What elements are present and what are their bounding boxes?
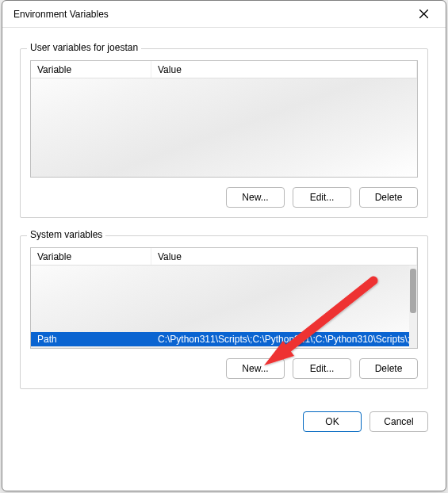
column-value[interactable]: Value xyxy=(151,248,417,265)
window-title: Environment Variables xyxy=(13,9,109,20)
system-edit-button[interactable]: Edit... xyxy=(293,358,351,379)
cell-value: C:\Python311\Scripts\;C:\Python311\;C:\P… xyxy=(151,334,409,345)
system-variables-group: System variables Variable Value Path C:\… xyxy=(20,235,428,389)
list-header: Variable Value xyxy=(31,61,417,78)
column-value[interactable]: Value xyxy=(151,61,417,78)
table-row-path[interactable]: Path C:\Python311\Scripts\;C:\Python311\… xyxy=(31,332,409,346)
system-variables-list[interactable]: Variable Value Path C:\Python311\Scripts… xyxy=(30,247,418,349)
system-variables-label: System variables xyxy=(27,229,105,240)
system-list-scrollbar[interactable] xyxy=(409,266,417,348)
titlebar: Environment Variables xyxy=(2,1,446,28)
system-new-button[interactable]: New... xyxy=(226,358,285,379)
user-variables-label: User variables for joestan xyxy=(27,42,141,53)
user-variables-group: User variables for joestan Variable Valu… xyxy=(20,48,428,218)
user-list-body xyxy=(31,78,417,177)
dialog-content: User variables for joestan Variable Valu… xyxy=(2,28,446,491)
dialog-footer: OK Cancel xyxy=(20,411,428,432)
system-list-body: Path C:\Python311\Scripts\;C:\Python311\… xyxy=(31,266,417,348)
system-buttons-row: New... Edit... Delete xyxy=(30,358,418,379)
list-header: Variable Value xyxy=(31,248,417,266)
user-delete-button[interactable]: Delete xyxy=(359,187,418,208)
scrollbar-thumb[interactable] xyxy=(410,269,416,313)
system-delete-button[interactable]: Delete xyxy=(359,358,418,379)
cell-variable: Path xyxy=(31,334,151,345)
user-edit-button[interactable]: Edit... xyxy=(293,187,351,208)
table-row-pathext[interactable]: PATHEXT .COM;.EXE;.BAT;.CMD;.VBS;.VBE;.J… xyxy=(31,346,409,348)
column-variable[interactable]: Variable xyxy=(31,248,151,265)
environment-variables-dialog: Environment Variables User variables for… xyxy=(2,0,446,491)
user-buttons-row: New... Edit... Delete xyxy=(30,187,418,208)
ok-button[interactable]: OK xyxy=(303,411,362,432)
user-new-button[interactable]: New... xyxy=(226,187,285,208)
column-variable[interactable]: Variable xyxy=(31,61,151,78)
close-icon xyxy=(419,10,428,18)
close-button[interactable] xyxy=(409,3,438,25)
user-variables-list[interactable]: Variable Value xyxy=(30,60,418,178)
cancel-button[interactable]: Cancel xyxy=(370,411,428,432)
